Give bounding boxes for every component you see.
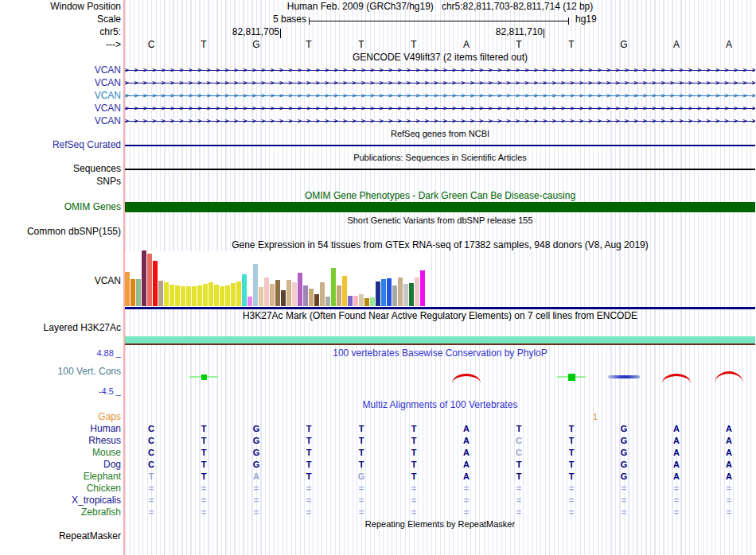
gtex-tissue-bar[interactable] [359, 294, 364, 306]
multiz-base-cell: A [703, 447, 755, 459]
strand-direction-label[interactable]: ---> [106, 40, 121, 50]
multiz-base-cell: G [335, 471, 388, 483]
gtex-tissue-bar[interactable] [275, 280, 280, 306]
gtex-tissue-bar[interactable] [170, 285, 174, 306]
omim-genes-label[interactable]: OMIM Genes [64, 202, 121, 212]
gtex-tissue-bar[interactable] [292, 282, 297, 306]
multiz-species-label[interactable]: X_tropicalis [72, 495, 121, 506]
gtex-tissue-bar[interactable] [303, 285, 308, 306]
gtex-tissue-bar[interactable] [342, 276, 347, 306]
gtex-tissue-bar[interactable] [214, 285, 219, 306]
multiz-base-cell: = [440, 495, 493, 506]
gencode-transcript-label[interactable]: VCAN [95, 65, 121, 76]
h3k27ac-signal-band[interactable] [125, 336, 755, 343]
gaps-row-label[interactable]: Gaps [98, 412, 121, 422]
gtex-tissue-bar[interactable] [392, 285, 397, 306]
gtex-tissue-bar[interactable] [197, 285, 202, 306]
gtex-tissue-bar[interactable] [286, 280, 291, 306]
gtex-tissue-bar[interactable] [131, 279, 135, 306]
layered-h3k27ac-label[interactable]: Layered H3K27Ac [44, 323, 121, 333]
gtex-tissue-bar[interactable] [270, 284, 275, 306]
gtex-tissue-bar[interactable] [158, 281, 163, 306]
window-position-label: Window Position [50, 2, 121, 12]
gencode-transcript-intron-line[interactable]: >>>>>>>>>>>>>>>>>>>>>>>>>>>>>>>>>>>>>>>>… [125, 65, 755, 76]
gtex-tissue-bar[interactable] [253, 264, 258, 306]
gtex-tissue-bar[interactable] [337, 285, 341, 306]
gtex-tissue-bar[interactable] [175, 285, 180, 306]
gtex-tissue-bar[interactable] [309, 289, 314, 306]
gtex-tissue-bar[interactable] [331, 268, 336, 306]
multiz-species-label[interactable]: Dog [103, 460, 121, 470]
gtex-tissue-bar[interactable] [398, 278, 403, 306]
refseq-curated-label[interactable]: RefSeq Curated [53, 140, 121, 150]
gtex-tissue-bar[interactable] [225, 285, 230, 306]
gencode-transcript-intron-line[interactable]: >>>>>>>>>>>>>>>>>>>>>>>>>>>>>>>>>>>>>>>>… [125, 78, 755, 88]
gtex-tissue-bar[interactable] [409, 283, 414, 306]
refseq-curated-item[interactable] [125, 145, 755, 146]
gtex-tissue-bar[interactable] [259, 287, 263, 306]
gencode-transcript-label[interactable]: VCAN [95, 78, 121, 88]
multiz-base-cell: = [440, 506, 493, 518]
snps-label[interactable]: SNPs [96, 177, 121, 187]
gtex-tissue-bar[interactable] [298, 273, 302, 306]
multiz-base-cell: A [230, 471, 283, 483]
multiz-species-label[interactable]: Rhesus [88, 436, 121, 446]
assembly-name: Human Feb. 2009 (GRCh37/hg19) [287, 1, 434, 12]
gtex-tissue-bar[interactable] [348, 296, 353, 306]
multiz-base-cell: = [650, 495, 703, 506]
phylop-track-label[interactable]: 100 Vert. Cons [58, 367, 121, 377]
gtex-tissue-bar[interactable] [364, 298, 369, 306]
gencode-transcript-intron-line[interactable]: >>>>>>>>>>>>>>>>>>>>>>>>>>>>>>>>>>>>>>>>… [125, 103, 755, 114]
gtex-tissue-bar[interactable] [314, 294, 319, 306]
gtex-tissue-bar[interactable] [320, 282, 325, 306]
sequences-item[interactable] [125, 169, 755, 170]
gtex-tissue-bar[interactable] [125, 272, 130, 306]
gencode-transcript-intron-line[interactable]: >>>>>>>>>>>>>>>>>>>>>>>>>>>>>>>>>>>>>>>>… [125, 91, 755, 101]
gtex-tissue-bar[interactable] [236, 281, 241, 306]
gtex-tissue-bar[interactable] [164, 282, 169, 306]
gtex-tissue-bar[interactable] [281, 290, 286, 306]
gtex-tissue-bar[interactable] [231, 283, 236, 306]
multiz-track-title: Multiz Alignments of 100 Vertebrates [125, 400, 755, 410]
multiz-species-label[interactable]: Elephant [84, 472, 121, 482]
gtex-tissue-bar[interactable] [186, 286, 191, 306]
sequence-base: T [388, 40, 440, 50]
gtex-gene-model-line[interactable] [125, 307, 755, 309]
gtex-tissue-bar[interactable] [142, 250, 146, 306]
gencode-transcript-intron-line[interactable]: >>>>>>>>>>>>>>>>>>>>>>>>>>>>>>>>>>>>>>>>… [125, 116, 755, 126]
gencode-transcript-label[interactable]: VCAN [95, 116, 121, 126]
multiz-species-label[interactable]: Human [90, 424, 121, 434]
gtex-tissue-bar[interactable] [247, 297, 252, 306]
multiz-base-cell: T [283, 435, 335, 447]
gtex-tissue-bar[interactable] [264, 278, 269, 306]
gtex-tissue-bar[interactable] [242, 274, 247, 306]
repeatmasker-label[interactable]: RepeatMasker [59, 531, 121, 541]
gtex-tissue-bar[interactable] [376, 281, 380, 306]
sequences-label[interactable]: Sequences [73, 164, 121, 174]
gtex-tissue-bar[interactable] [353, 296, 358, 306]
gtex-tissue-bar[interactable] [153, 261, 158, 306]
gtex-tissue-bar[interactable] [387, 278, 392, 306]
gtex-tissue-bar[interactable] [181, 286, 185, 306]
gtex-tissue-bar[interactable] [370, 297, 375, 306]
multiz-species-label[interactable]: Zebrafish [81, 507, 121, 518]
gtex-tissue-bar[interactable] [136, 279, 141, 306]
gtex-gene-label[interactable]: VCAN [95, 276, 121, 286]
multiz-species-label[interactable]: Chicken [87, 483, 121, 494]
gtex-tissue-bar[interactable] [147, 254, 152, 306]
gtex-tissue-bar[interactable] [381, 279, 386, 306]
gencode-transcript-label[interactable]: VCAN [95, 103, 121, 114]
common-dbsnp-label[interactable]: Common dbSNP(155) [27, 227, 121, 237]
gtex-tissue-bar[interactable] [203, 284, 208, 306]
gtex-tissue-bar[interactable] [208, 282, 213, 306]
gtex-tissue-bar[interactable] [403, 284, 408, 306]
gtex-tissue-bar[interactable] [220, 286, 224, 306]
gtex-tissue-bar[interactable] [325, 297, 330, 306]
omim-genes-item[interactable] [125, 202, 755, 212]
gtex-tissue-bar[interactable] [420, 270, 425, 306]
gencode-transcript-label[interactable]: VCAN [95, 91, 121, 101]
multiz-species-label[interactable]: Mouse [92, 448, 121, 458]
gtex-tissue-bar[interactable] [192, 286, 197, 306]
multiz-base-cell: T [545, 435, 598, 447]
gtex-tissue-bar[interactable] [415, 278, 419, 306]
